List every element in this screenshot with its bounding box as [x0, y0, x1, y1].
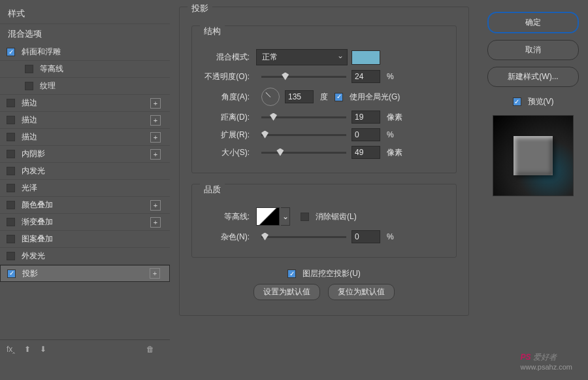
noise-unit: %	[387, 232, 394, 241]
angle-dial[interactable]	[261, 88, 280, 106]
preview-thumbnail	[493, 115, 574, 196]
preview-checkbox[interactable]	[513, 97, 521, 106]
watermark-text: 爱好者	[533, 353, 557, 362]
size-input[interactable]: 49	[351, 146, 380, 159]
style-checkbox[interactable]	[7, 150, 15, 158]
style-item-0[interactable]: 斜面和浮雕	[0, 44, 170, 61]
style-label: 渐变叠加	[22, 216, 150, 228]
add-effect-icon[interactable]	[150, 149, 161, 160]
distance-slider[interactable]	[261, 116, 346, 118]
ok-button[interactable]: 确定	[487, 12, 579, 33]
antialias-checkbox[interactable]	[301, 213, 309, 221]
contour-row: 等高线: ⌄ 消除锯齿(L)	[200, 207, 448, 226]
knockout-checkbox[interactable]	[287, 269, 296, 278]
styles-footer: fx‸ ⬆ ⬇ 🗑	[0, 339, 170, 358]
group-title: 投影	[188, 3, 212, 14]
move-up-icon[interactable]: ⬆	[24, 345, 31, 354]
noise-input[interactable]: 0	[351, 230, 380, 243]
style-checkbox[interactable]	[7, 201, 15, 209]
size-row: 大小(S): 49 像素	[200, 146, 448, 159]
opacity-row: 不透明度(O): 24 %	[200, 70, 448, 83]
make-default-button[interactable]: 设置为默认值	[253, 284, 320, 300]
spread-row: 扩展(R): 0 %	[200, 128, 448, 141]
fx-menu-icon[interactable]: fx‸	[7, 345, 15, 354]
cancel-button[interactable]: 取消	[487, 40, 579, 60]
watermark: PS 爱好者 www.psahz.com	[521, 349, 572, 371]
style-checkbox[interactable]	[7, 252, 15, 260]
style-label: 描边	[22, 97, 150, 109]
actions-panel: 确定 取消 新建样式(W)... 预览(V)	[478, 0, 588, 358]
angle-row: 角度(A): 135 度 使用全局光(G)	[200, 88, 448, 106]
noise-label: 杂色(N):	[200, 232, 250, 243]
style-item-3[interactable]: 描边	[0, 95, 170, 112]
style-checkbox[interactable]	[7, 218, 15, 226]
style-item-6[interactable]: 内阴影	[0, 146, 170, 163]
style-checkbox[interactable]	[7, 167, 15, 175]
distance-row: 距离(D): 19 像素	[200, 111, 448, 124]
style-checkbox[interactable]	[25, 65, 33, 73]
knockout-label: 图层挖空投影(U)	[302, 268, 361, 279]
noise-slider[interactable]	[261, 236, 346, 238]
add-effect-icon[interactable]	[150, 217, 161, 228]
style-checkbox[interactable]	[7, 116, 15, 124]
structure-title: 结构	[200, 26, 225, 37]
global-light-checkbox[interactable]	[335, 93, 343, 101]
add-effect-icon[interactable]	[150, 98, 161, 109]
style-item-2[interactable]: 纹理	[0, 78, 170, 95]
shadow-color-swatch[interactable]	[351, 50, 380, 65]
size-label: 大小(S):	[200, 147, 250, 158]
contour-dropdown-icon[interactable]: ⌄	[281, 207, 290, 226]
style-item-1[interactable]: 等高线	[0, 61, 170, 78]
distance-label: 距离(D):	[200, 112, 250, 123]
style-checkbox[interactable]	[7, 235, 15, 243]
move-down-icon[interactable]: ⬇	[40, 345, 46, 354]
noise-row: 杂色(N): 0 %	[200, 230, 448, 243]
style-checkbox[interactable]	[7, 184, 15, 192]
style-item-4[interactable]: 描边	[0, 112, 170, 129]
style-item-10[interactable]: 渐变叠加	[0, 214, 170, 231]
style-item-12[interactable]: 外发光	[0, 248, 170, 265]
style-item-7[interactable]: 内发光	[0, 163, 170, 180]
opacity-slider[interactable]	[261, 76, 346, 78]
contour-label: 等高线:	[200, 211, 250, 222]
distance-input[interactable]: 19	[351, 111, 380, 124]
style-checkbox[interactable]	[7, 269, 16, 278]
add-effect-icon[interactable]	[150, 200, 161, 211]
style-label: 投影	[22, 268, 150, 279]
spread-input[interactable]: 0	[351, 128, 380, 141]
add-effect-icon[interactable]	[150, 115, 161, 126]
style-label: 图案叠加	[22, 233, 163, 245]
add-effect-icon[interactable]	[150, 268, 160, 279]
style-checkbox[interactable]	[7, 48, 15, 56]
style-item-8[interactable]: 光泽	[0, 180, 170, 197]
opacity-input[interactable]: 24	[351, 70, 380, 83]
angle-unit: 度	[320, 92, 328, 103]
opacity-label: 不透明度(O):	[200, 71, 250, 82]
style-item-13[interactable]: 投影	[0, 265, 170, 282]
style-label: 光泽	[22, 182, 163, 194]
antialias-label: 消除锯齿(L)	[316, 211, 357, 222]
style-item-5[interactable]: 描边	[0, 129, 170, 146]
add-effect-icon[interactable]	[150, 132, 161, 143]
style-item-11[interactable]: 图案叠加	[0, 231, 170, 248]
reset-default-button[interactable]: 复位为默认值	[328, 284, 395, 300]
new-style-button[interactable]: 新建样式(W)...	[487, 67, 579, 87]
style-checkbox[interactable]	[7, 99, 15, 107]
blend-options-header[interactable]: 混合选项	[0, 24, 170, 44]
size-slider[interactable]	[261, 152, 346, 154]
contour-picker[interactable]	[256, 207, 280, 226]
size-unit: 像素	[387, 147, 402, 158]
style-checkbox[interactable]	[7, 133, 15, 141]
quality-group: 品质 等高线: ⌄ 消除锯齿(L) 杂色(N): 0 %	[191, 184, 457, 258]
trash-icon[interactable]: 🗑	[146, 345, 154, 354]
distance-unit: 像素	[387, 112, 402, 123]
drop-shadow-group: 投影 结构 混合模式: 正常 不透明度(O): 24 % 角度(A):	[179, 7, 469, 316]
style-list: 斜面和浮雕等高线纹理描边描边描边内阴影内发光光泽颜色叠加渐变叠加图案叠加外发光投…	[0, 44, 170, 282]
angle-input[interactable]: 135	[285, 90, 314, 103]
style-item-9[interactable]: 颜色叠加	[0, 197, 170, 214]
spread-slider[interactable]	[261, 134, 346, 136]
style-checkbox[interactable]	[25, 82, 33, 90]
knockout-row: 图层挖空投影(U)	[188, 268, 461, 279]
blend-mode-select[interactable]: 正常	[256, 49, 348, 65]
default-buttons-row: 设置为默认值 复位为默认值	[188, 284, 461, 300]
